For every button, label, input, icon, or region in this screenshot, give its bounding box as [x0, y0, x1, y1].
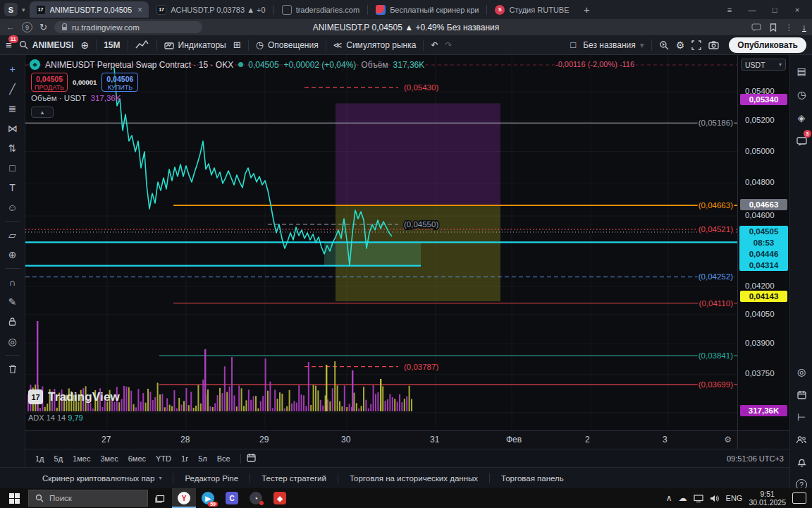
replay-button[interactable]: ≪Симулятор рынка [333, 40, 417, 50]
taskbar-search-input[interactable]: Поиск [28, 490, 148, 507]
obs-app[interactable]: ◔ [244, 488, 268, 508]
red-app[interactable]: ◆ [268, 488, 292, 508]
rectangle-tool[interactable]: □ [4, 159, 22, 176]
layout-name-button[interactable]: Без названия▾ [583, 40, 644, 50]
legend-symbol[interactable]: ANIMEUSDT Perpetual Swap Contract · 15 ·… [45, 60, 233, 70]
hide-all-tool[interactable]: ◎ [4, 333, 22, 350]
yandex-browser-app[interactable]: Y [172, 488, 196, 508]
range-button-YTD[interactable]: YTD [152, 452, 176, 465]
lock-all-tool[interactable] [4, 313, 22, 330]
close-button[interactable]: × [787, 1, 808, 18]
bottom-tab[interactable]: Тестер стратегий [250, 474, 338, 483]
address-field[interactable]: ru.tradingview.com [54, 21, 202, 33]
tab-list-chevron-icon[interactable]: ▾ [20, 6, 27, 13]
redo-button[interactable]: ↷ [445, 40, 452, 50]
browser-logo-tile[interactable]: S [4, 3, 18, 16]
kebab-menu-icon[interactable]: ⋮ [785, 23, 794, 32]
calendar-panel-button[interactable] [790, 385, 812, 404]
cloud-icon[interactable]: ☁ [679, 493, 687, 503]
hotlists-panel-button[interactable]: ◈ [790, 109, 812, 127]
counter-badge-icon[interactable]: 9 [22, 22, 32, 32]
maximize-button[interactable]: □ [764, 1, 785, 18]
range-button-3мес[interactable]: 3мес [96, 452, 122, 465]
purple-app[interactable]: C [220, 488, 244, 508]
range-button-5д[interactable]: 5д [50, 452, 68, 465]
telegram-app[interactable]: ▶59 [196, 488, 220, 508]
interval-button[interactable]: 15M [104, 40, 120, 50]
clock-widget[interactable]: 9:5130.01.2025 [749, 490, 786, 507]
undo-button[interactable]: ↶ [431, 40, 438, 50]
range-button-6мес[interactable]: 6мес [124, 452, 150, 465]
indicator-templates-button[interactable]: ⊞ [233, 40, 241, 50]
tab-close-icon[interactable]: × [137, 5, 142, 15]
sell-button[interactable]: 0,04505ПРОДАТЬ [31, 73, 68, 92]
symbol-search-button[interactable]: ANIMEUSI [19, 40, 74, 50]
bottom-tab[interactable]: Скринер криптовалютных пар▾ [31, 474, 173, 483]
alerts-button[interactable]: ◷Оповещения [256, 40, 319, 50]
people-panel-button[interactable] [790, 430, 812, 449]
draw-pencil-tool[interactable]: ✎ [4, 294, 22, 310]
bottom-tab[interactable]: Торговая панель [490, 474, 575, 483]
browser-tab[interactable]: 17ANIMEUSDT.P 0,04505× [30, 1, 149, 18]
notifications-button[interactable] [790, 453, 812, 471]
new-tab-button[interactable]: + [579, 1, 596, 18]
minimize-button[interactable]: — [742, 1, 763, 18]
browser-tab[interactable]: SСтудия RUTUBE [488, 1, 575, 18]
publish-button[interactable]: Опубликовать [729, 37, 806, 53]
range-button-Все[interactable]: Все [213, 452, 235, 465]
reload-button[interactable]: ↻ [39, 22, 47, 32]
magnet-tool[interactable]: ∩ [4, 274, 22, 291]
downloads-icon[interactable]: ↓ [802, 23, 807, 32]
start-button[interactable] [0, 488, 28, 508]
volume-study-legend[interactable]: Объём · USDT 317,36K [31, 94, 121, 102]
emoji-tool[interactable]: ☺ [4, 199, 22, 216]
legend-collapse-button[interactable]: ▴ [31, 107, 54, 118]
watchlist-panel-button[interactable]: ▤ [790, 62, 812, 80]
remove-drawings-tool[interactable] [4, 361, 22, 377]
browser-tab[interactable]: tradersdiaries.com [276, 1, 366, 18]
axis-settings-gear-icon[interactable]: ⚙ [724, 435, 732, 445]
text-tool[interactable]: T [4, 179, 22, 196]
add-symbol-button[interactable]: ⊕ [80, 40, 89, 51]
bottom-tab[interactable]: Редактор Pine [173, 474, 250, 483]
adx-indicator-legend[interactable]: ADX 14 14 9,79 [28, 413, 83, 422]
layout-select-button[interactable]: □ [570, 40, 576, 50]
range-button-5л[interactable]: 5л [194, 452, 211, 465]
range-button-1мес[interactable]: 1мес [68, 452, 94, 465]
main-menu-button[interactable]: ≡11 [6, 39, 12, 51]
camera-icon[interactable] [708, 41, 719, 49]
browser-menu-button[interactable]: ≡ [719, 1, 740, 18]
network-icon[interactable] [694, 495, 703, 502]
task-view-button[interactable] [148, 488, 172, 508]
crosshair-tool[interactable]: + [4, 61, 22, 78]
bookmark-icon[interactable] [770, 23, 777, 32]
ideas-panel-button[interactable]: ◎ [790, 363, 812, 381]
ruler-tool[interactable]: ▱ [4, 226, 22, 243]
long-position-tool[interactable]: ⇅ [4, 140, 22, 157]
buy-button[interactable]: 0,04506КУПИТЬ [102, 73, 138, 92]
back-button[interactable]: ← [6, 22, 15, 32]
settings-gear-icon[interactable]: ⚙ [676, 40, 685, 51]
time-axis[interactable]: 2728293031Фев23⚙ [25, 430, 737, 449]
quick-search-icon[interactable] [659, 40, 669, 50]
volume-icon[interactable] [710, 495, 720, 502]
go-to-date-button[interactable] [247, 453, 256, 464]
range-button-1г[interactable]: 1г [177, 452, 192, 465]
fullscreen-icon[interactable] [691, 40, 701, 50]
chart-clock[interactable]: 09:51:06 UTC+3 [727, 454, 784, 463]
price-chart[interactable]: -0,00116 (-2,00%) -116(0,05430)(0,05186)… [25, 55, 737, 430]
price-scale-unit-dropdown[interactable]: USDT▾ [741, 59, 786, 71]
chat-panel-button[interactable]: 3 [790, 132, 812, 150]
chart-legend[interactable]: ◆ ANIMEUSDT Perpetual Swap Contract · 15… [30, 59, 424, 70]
indicators-button[interactable]: Индикаторы [164, 40, 226, 50]
range-button-1д[interactable]: 1д [31, 452, 49, 465]
browser-tab[interactable]: Бесплатный скринер кри [369, 1, 485, 18]
price-scale[interactable]: USDT▾ 0,054000,052000,050000,048000,0460… [737, 55, 789, 430]
xabcd-pattern-tool[interactable]: ⋈ [4, 120, 22, 137]
comments-icon[interactable] [751, 23, 761, 32]
bottom-tab[interactable]: Торговля на исторических данных [338, 474, 489, 483]
trend-line-tool[interactable]: ╱ [4, 80, 22, 97]
notifications-center-icon[interactable] [792, 492, 806, 504]
language-indicator[interactable]: ENG [726, 494, 743, 502]
browser-tab[interactable]: 17ACHUSDT.P 0,03783 ▲ +0 [150, 1, 272, 18]
